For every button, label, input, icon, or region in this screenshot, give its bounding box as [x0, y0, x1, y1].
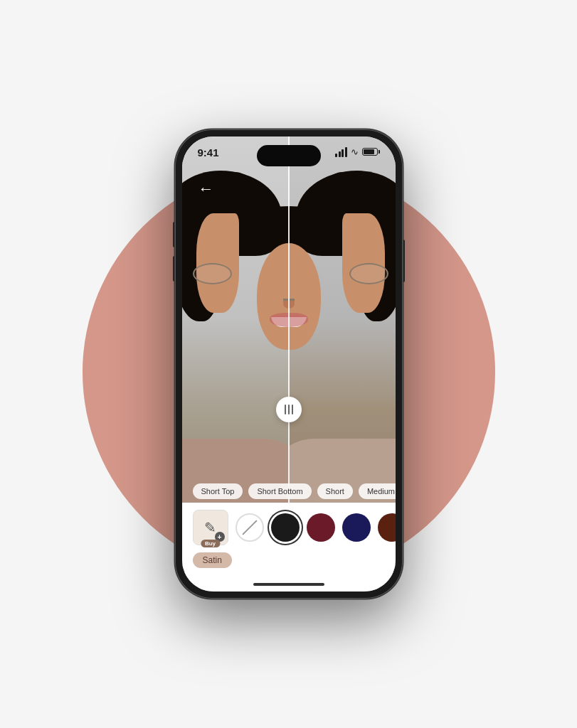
wifi-icon: ∿ [351, 146, 359, 157]
status-icons: ∿ [335, 146, 380, 157]
scene: 9:41 ∿ [0, 0, 577, 728]
drag-line-3 [292, 405, 293, 414]
color-swatch-navy[interactable] [342, 513, 371, 542]
color-swatch-black[interactable] [271, 513, 300, 542]
back-arrow-icon: ← [198, 180, 214, 198]
style-tag-short-top[interactable]: Short Top [193, 483, 243, 499]
style-tag-short-bottom[interactable]: Short Bottom [248, 483, 311, 499]
battery-icon [362, 148, 380, 156]
color-swatch-brown[interactable] [378, 513, 396, 542]
product-thumbnail[interactable]: ✎ + Buy [193, 510, 228, 545]
no-color-slash-icon [242, 520, 257, 535]
bottom-controls: ✎ + Buy [182, 503, 396, 592]
drag-line-1 [285, 405, 286, 414]
phone-screen: 9:41 ∿ [182, 136, 396, 592]
drag-line-2 [288, 405, 290, 414]
color-row: ✎ + Buy [193, 510, 385, 545]
product-icon: ✎ [204, 519, 216, 536]
drag-handle-lines [285, 405, 293, 414]
finish-tag[interactable]: Satin [193, 552, 232, 568]
drag-handle[interactable] [276, 397, 302, 422]
no-color-button[interactable] [235, 513, 264, 542]
dynamic-island [257, 145, 321, 166]
style-tag-short[interactable]: Short [317, 483, 353, 499]
product-buy-badge: Buy [201, 540, 220, 547]
style-tags-row: Short Top Short Bottom Short Medium Thin [182, 483, 396, 499]
phone-shell: 9:41 ∿ [175, 129, 403, 599]
back-button[interactable]: ← [196, 179, 216, 199]
color-swatch-burgundy[interactable] [307, 513, 335, 542]
power-button [403, 240, 405, 282]
phone-frame: 9:41 ∿ [175, 129, 403, 599]
status-time: 9:41 [198, 146, 219, 159]
style-tag-medium-thin[interactable]: Medium Thin [359, 483, 396, 499]
home-indicator [253, 583, 324, 586]
signal-icon [335, 147, 347, 157]
